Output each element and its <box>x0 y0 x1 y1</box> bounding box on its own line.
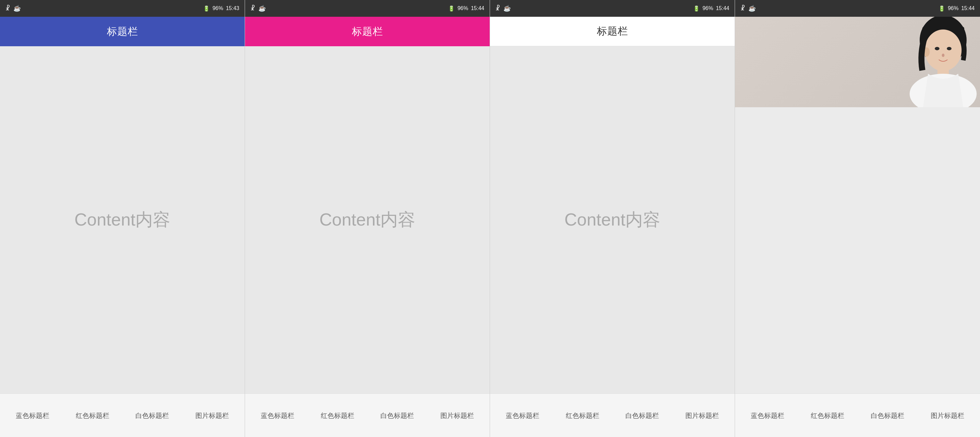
panel-image: ☧ ☕ 🔋 96% 15:44 <box>735 0 980 437</box>
nav-btn-blue-2[interactable]: 蓝色标题栏 <box>251 408 304 423</box>
svg-point-7 <box>947 47 951 50</box>
status-bar-1: ☧ ☕ 🔋 96% 15:43 <box>0 0 245 17</box>
content-area-2: Content内容 <box>245 46 490 393</box>
nav-btn-red-1[interactable]: 红色标题栏 <box>66 408 119 423</box>
status-bar-left-4: ☧ ☕ <box>740 5 756 12</box>
battery-icon-3: 🔋 <box>693 5 700 12</box>
panel-white: ☧ ☕ 🔋 96% 15:44 标题栏 Content内容 蓝色标题栏 红色标题… <box>490 0 735 437</box>
title-bar-text-2: 标题栏 <box>352 25 383 38</box>
content-text-2: Content内容 <box>320 208 415 232</box>
signal-icon-3: ☧ <box>495 5 500 12</box>
title-bar-1: 标题栏 <box>0 17 245 46</box>
content-text-3: Content内容 <box>565 208 660 232</box>
bottom-nav-1: 蓝色标题栏 红色标题栏 白色标题栏 图片标题栏 <box>0 393 245 437</box>
nav-btn-image-4[interactable]: 图片标题栏 <box>921 408 974 423</box>
person-image <box>873 17 980 107</box>
nav-btn-blue-3[interactable]: 蓝色标题栏 <box>496 408 549 423</box>
battery-pct-4: 96% <box>948 5 959 11</box>
content-area-4 <box>735 107 980 393</box>
nav-btn-image-3[interactable]: 图片标题栏 <box>675 408 729 423</box>
nav-btn-white-2[interactable]: 白色标题栏 <box>370 408 424 423</box>
battery-icon-1: 🔋 <box>203 5 210 12</box>
status-bar-right-3: 🔋 96% 15:44 <box>693 5 729 12</box>
wifi-icon-4: ☕ <box>748 5 756 12</box>
time-1: 15:43 <box>226 5 239 11</box>
nav-btn-blue-1[interactable]: 蓝色标题栏 <box>6 408 59 423</box>
status-bar-right-2: 🔋 96% 15:44 <box>448 5 484 12</box>
nav-btn-white-3[interactable]: 白色标题栏 <box>615 408 669 423</box>
status-bar-left-3: ☧ ☕ <box>495 5 511 12</box>
nav-btn-red-3[interactable]: 红色标题栏 <box>556 408 609 423</box>
nav-btn-white-4[interactable]: 白色标题栏 <box>861 408 914 423</box>
content-area-1: Content内容 <box>0 46 245 393</box>
bottom-nav-3: 蓝色标题栏 红色标题栏 白色标题栏 图片标题栏 <box>490 393 735 437</box>
image-header-area <box>735 17 980 107</box>
status-bar-right-1: 🔋 96% 15:43 <box>203 5 239 12</box>
content-text-1: Content内容 <box>75 208 170 232</box>
nav-btn-image-1[interactable]: 图片标题栏 <box>185 408 239 423</box>
time-3: 15:44 <box>716 5 729 11</box>
battery-icon-2: 🔋 <box>448 5 455 12</box>
nav-btn-red-2[interactable]: 红色标题栏 <box>311 408 364 423</box>
status-bar-4: ☧ ☕ 🔋 96% 15:44 <box>735 0 980 17</box>
panel-blue: ☧ ☕ 🔋 96% 15:43 标题栏 Content内容 蓝色标题栏 红色标题… <box>0 0 245 437</box>
title-bar-text-1: 标题栏 <box>107 25 138 38</box>
battery-pct-2: 96% <box>458 5 468 11</box>
title-bar-text-3: 标题栏 <box>597 24 628 38</box>
svg-point-2 <box>925 30 962 71</box>
nav-btn-blue-4[interactable]: 蓝色标题栏 <box>741 408 794 423</box>
nav-btn-red-4[interactable]: 红色标题栏 <box>801 408 854 423</box>
wifi-icon-1: ☕ <box>13 5 21 12</box>
time-4: 15:44 <box>961 5 975 11</box>
status-bar-3: ☧ ☕ 🔋 96% 15:44 <box>490 0 735 17</box>
time-2: 15:44 <box>471 5 484 11</box>
signal-icon-1: ☧ <box>5 5 10 12</box>
nav-btn-image-2[interactable]: 图片标题栏 <box>430 408 484 423</box>
status-bar-2: ☧ ☕ 🔋 96% 15:44 <box>245 0 490 17</box>
status-bar-left-1: ☧ ☕ <box>5 5 21 12</box>
battery-pct-3: 96% <box>703 5 713 11</box>
status-bar-left-2: ☧ ☕ <box>250 5 266 12</box>
wifi-icon-3: ☕ <box>503 5 511 12</box>
status-bar-right-4: 🔋 96% 15:44 <box>939 5 975 12</box>
nav-btn-white-1[interactable]: 白色标题栏 <box>125 408 179 423</box>
bottom-nav-2: 蓝色标题栏 红色标题栏 白色标题栏 图片标题栏 <box>245 393 490 437</box>
wifi-icon-2: ☕ <box>258 5 266 12</box>
battery-icon-4: 🔋 <box>939 5 945 12</box>
signal-icon-4: ☧ <box>740 5 745 12</box>
content-area-3: Content内容 <box>490 46 735 393</box>
panel-pink: ☧ ☕ 🔋 96% 15:44 标题栏 Content内容 蓝色标题栏 红色标题… <box>245 0 490 437</box>
signal-icon-2: ☧ <box>250 5 255 12</box>
bottom-nav-4: 蓝色标题栏 红色标题栏 白色标题栏 图片标题栏 <box>735 393 980 437</box>
title-bar-3: 标题栏 <box>490 17 735 46</box>
svg-point-8 <box>942 54 945 57</box>
battery-pct-1: 96% <box>213 5 223 11</box>
svg-point-6 <box>935 47 939 50</box>
title-bar-2: 标题栏 <box>245 17 490 46</box>
